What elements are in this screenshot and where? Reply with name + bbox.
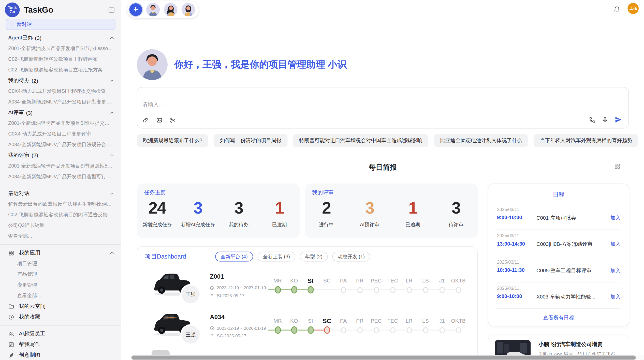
conversation-item[interactable]: C0X4-动力总成开发项目SI里程碑提交物检查 bbox=[0, 86, 121, 96]
event-join-link[interactable]: 加入 bbox=[610, 294, 621, 301]
project-flag-text: SI-2025-05-17 bbox=[217, 293, 244, 298]
stat-new-done: 24 新增完成任务 bbox=[137, 199, 178, 228]
filter-powertrain[interactable]: 动总开发 (1) bbox=[332, 252, 370, 262]
app-item-product-mgmt[interactable]: 产品管理 bbox=[0, 269, 121, 280]
project-date-range: 2023-12-19 ~ 2026-01-19 bbox=[217, 326, 266, 331]
chevron-up-icon bbox=[109, 110, 115, 115]
section-header-my-review[interactable]: 我的评审 (2) bbox=[0, 150, 121, 160]
milestone-label: FEC bbox=[387, 276, 398, 286]
sidebar-item-favorites[interactable]: 我的收藏 bbox=[0, 312, 121, 322]
project-row-a034[interactable]: 王强 A034 2023-12-19 ~ 2026-01-19 SC-2025-… bbox=[137, 307, 477, 347]
sidebar-item-cloud-space[interactable]: 我的云空间 bbox=[0, 301, 121, 312]
event-time: 13:00-14:30 bbox=[497, 241, 525, 247]
recent-conversation-item[interactable]: 解释最新出台的欧盟报废车法规再生塑料比例被调至15%... bbox=[0, 199, 121, 209]
notification-bell-icon[interactable] bbox=[613, 5, 621, 13]
filter-model-year[interactable]: 年型 (2) bbox=[300, 252, 328, 262]
schedule-event: 2025/03/11 9:00-10:00 X003-车辆动力学性能验... 加… bbox=[488, 282, 629, 309]
milestone-label: SC bbox=[323, 276, 331, 286]
milestone-label: MR bbox=[273, 276, 282, 286]
phone-icon[interactable] bbox=[589, 116, 596, 123]
milestone-dot-overdue bbox=[324, 326, 330, 334]
milestone-label: J1 bbox=[439, 276, 445, 286]
assistant-avatar-2[interactable] bbox=[164, 3, 177, 16]
chevron-up-icon bbox=[109, 35, 115, 40]
composer-input[interactable] bbox=[142, 101, 430, 108]
conversation-item[interactable]: A034-全新新能源MUV产品开发项目造型可行性评审 bbox=[0, 171, 121, 182]
conversation-item[interactable]: Z001-全新燃油轻卡产品开发项目SI节点属性5D文件评审 bbox=[0, 160, 121, 171]
send-icon[interactable] bbox=[614, 116, 622, 124]
sidebar-item-help-write[interactable]: 帮我写作 bbox=[0, 339, 121, 350]
scissors-icon[interactable] bbox=[170, 117, 176, 124]
section-header-agent-done[interactable]: Agent已办 (3) bbox=[0, 33, 121, 43]
scrollbar-thumb[interactable] bbox=[131, 355, 636, 359]
stat-pending-review: 3 待评审 bbox=[434, 199, 478, 228]
recent-conversation-item[interactable]: C02-飞腾新能源轻客改款项目的闭环通告反馈情况 bbox=[0, 209, 121, 220]
attachment-icon[interactable] bbox=[142, 117, 149, 124]
milestone-label-current: SI bbox=[308, 276, 313, 286]
app-item-change-mgmt[interactable]: 变更管理 bbox=[0, 280, 121, 290]
sidebar-item-creative-draw[interactable]: 创意制图 bbox=[0, 350, 121, 360]
app-title: TaskGo bbox=[24, 5, 53, 14]
assistant-avatar-1[interactable] bbox=[146, 3, 160, 16]
layout-grid-icon[interactable] bbox=[614, 163, 621, 170]
composer-tools-left bbox=[142, 117, 176, 124]
suggestion-chip[interactable]: 特朗普可能对进口汽车增税会对中国车企造成哪些影响 bbox=[293, 134, 429, 147]
flag-icon bbox=[210, 293, 214, 298]
suggestion-chip[interactable]: 当下年轻人对汽车外观有怎样的喜好趋势 bbox=[534, 134, 638, 147]
milestone-dot-pending bbox=[390, 327, 395, 333]
milestone-label: LR bbox=[406, 316, 413, 326]
milestone-label: PR bbox=[356, 316, 363, 326]
new-chat-button[interactable]: + 新对话 bbox=[6, 19, 115, 30]
section-header-my-todo[interactable]: 我的待办 (2) bbox=[0, 75, 121, 86]
sidebar-item-my-apps[interactable]: 我的应用 bbox=[0, 248, 121, 258]
filter-new-body[interactable]: 全新上装 (3) bbox=[257, 252, 295, 262]
assistant-avatar-3[interactable] bbox=[182, 3, 195, 16]
suggestion-chip[interactable]: 比亚迪全固态电池计划具体说了什么 bbox=[434, 134, 528, 147]
milestone-label: J1 bbox=[439, 316, 445, 326]
divider bbox=[496, 308, 621, 309]
milestone-dot-pending bbox=[439, 327, 445, 333]
suggestion-chip[interactable]: 如何写一份清晰的项目周报 bbox=[214, 134, 288, 147]
recent-view-all[interactable]: 查看全部... bbox=[0, 231, 121, 242]
recent-conversation-item[interactable]: 公司Q3轻卡销量 bbox=[0, 220, 121, 231]
event-date: 2025/03/11 bbox=[497, 233, 519, 238]
people-icon bbox=[8, 331, 14, 337]
project-dates: 2023-12-19 ~ 2027-01-19 bbox=[210, 285, 266, 290]
image-icon[interactable] bbox=[156, 117, 163, 124]
add-assistant-button[interactable]: + bbox=[129, 3, 142, 16]
event-join-link[interactable]: 加入 bbox=[610, 241, 621, 248]
suggestion-chip[interactable]: 欧洲新规最近颁布了什么? bbox=[137, 134, 209, 147]
section-label: AI评审 bbox=[8, 109, 24, 116]
conversation-item[interactable]: C02-飞腾新能源轻客改款项目立项汇报方案 bbox=[0, 65, 121, 75]
conversation-item[interactable]: Z001-全新燃油皮卡产品开发项目SI节点Lesson Learn报告 bbox=[0, 43, 121, 54]
sidebar: Task Go TaskGo + 新对话 Agent已办 (3) Z001-全新… bbox=[0, 0, 121, 360]
milestone-track: MR KO SI SC PA PR PEC FEC LR LS J1 OKTB bbox=[269, 316, 466, 340]
conversation-item[interactable]: A034-全新新能源MUV产品开发项目计划变更表编写 bbox=[0, 96, 121, 107]
conversation-item[interactable]: A034-全新新能源MUV产品开发项目法规符合性评审 bbox=[0, 139, 121, 150]
milestone-dot-done bbox=[291, 326, 297, 334]
conversation-item[interactable]: C0X4-动力总成开发项目工程变更评审 bbox=[0, 128, 121, 139]
stat-ai-done: 3 新增AI完成任务 bbox=[178, 199, 218, 228]
stat-row: 2 进行中 3 AI预评审 1 已逾期 3 待评审 bbox=[305, 199, 478, 228]
view-all-schedule-link[interactable]: 查看所有日程 bbox=[488, 314, 629, 321]
microphone-icon[interactable] bbox=[602, 116, 608, 123]
project-flag-text: SC-2025-05-17 bbox=[217, 333, 246, 338]
section-header-recent[interactable]: 最近对话 bbox=[0, 188, 121, 199]
dashboard-filters: 全新平台 (4) 全新上装 (3) 年型 (2) 动总开发 (1) bbox=[215, 252, 370, 262]
user-avatar[interactable]: 王强 bbox=[627, 3, 639, 14]
conversation-item[interactable]: C02-飞腾新能源轻客改款项目里程碑画布 bbox=[0, 54, 121, 65]
conversation-item[interactable]: Z001-全新燃油轻卡产品开发项目SI造型提交物评审 bbox=[0, 118, 121, 128]
app-item-project-mgmt[interactable]: 项目管理 bbox=[0, 258, 121, 269]
event-time: 10:30-11:30 bbox=[497, 267, 525, 273]
event-join-link[interactable]: 加入 bbox=[610, 267, 621, 274]
stat-value: 2 bbox=[305, 199, 348, 217]
daily-brief-title: 每日简报 bbox=[137, 162, 629, 172]
assistant-greeting-avatar bbox=[137, 49, 168, 80]
filter-new-platform[interactable]: 全新平台 (4) bbox=[215, 252, 253, 262]
event-join-link[interactable]: 加入 bbox=[610, 215, 621, 222]
section-header-ai-review[interactable]: AI评审 (3) bbox=[0, 107, 121, 118]
sidebar-collapse-icon[interactable] bbox=[108, 6, 115, 14]
project-row-z001[interactable]: 王强 Z001 2023-12-19 ~ 2027-01-19 SI-2025-… bbox=[137, 266, 477, 307]
apps-view-all[interactable]: 查看全部... bbox=[0, 290, 121, 301]
sidebar-item-ai-staff[interactable]: AI超级员工 bbox=[0, 328, 121, 339]
